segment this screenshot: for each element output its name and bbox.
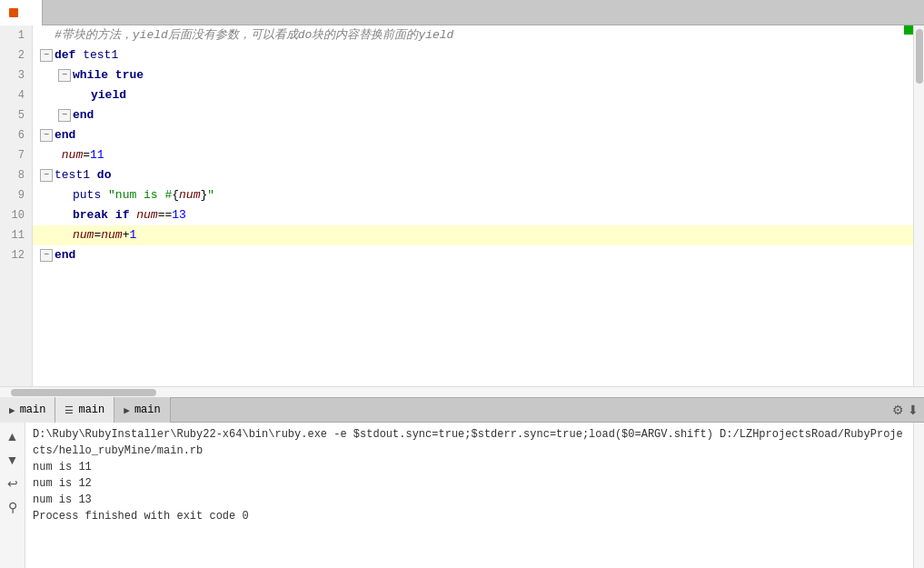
token-method: test1 [55, 165, 90, 185]
indent-spacer [40, 65, 58, 85]
token-plain: } [200, 185, 207, 205]
tab-bar [0, 0, 924, 25]
token-plain [55, 145, 62, 165]
fold-icon[interactable]: − [40, 249, 53, 262]
token-plain: = [94, 225, 101, 245]
bottom-tab-1-icon: ▶ [9, 404, 15, 416]
bottom-tab-1[interactable]: ▶ main [0, 397, 55, 423]
fold-icon[interactable]: − [40, 169, 53, 182]
token-str: "num is # [108, 185, 172, 205]
token-kw: end [73, 105, 94, 125]
fold-icon[interactable]: − [58, 109, 71, 122]
code-line-1: #带块的方法，yield后面没有参数，可以看成do块的内容替换前面的yield [33, 25, 913, 45]
fold-icon[interactable]: − [40, 49, 53, 62]
token-kw: do [97, 165, 112, 185]
bottom-tab-3-icon: ▶ [124, 404, 130, 416]
line-numbers: 123456789101112 [0, 25, 33, 386]
tab-main-rb[interactable] [0, 0, 43, 25]
token-kw: break [73, 205, 108, 225]
token-var: num [62, 145, 83, 165]
token-var: num [73, 225, 94, 245]
bottom-tab-bar: ▶ main ☰ main ▶ main ⚙ ⬇ [0, 397, 924, 423]
code-area[interactable]: #带块的方法，yield后面没有参数，可以看成do块的内容替换前面的yield−… [33, 25, 913, 386]
token-builtin: puts [73, 185, 101, 205]
bottom-tab-2[interactable]: ☰ main [55, 397, 114, 423]
token-chinese-comment: #带块的方法，yield后面没有参数，可以看成do块的内容替换前面的yield [55, 25, 453, 45]
terminal-output-line-2: num is 13 [33, 492, 906, 508]
token-plain: == [158, 205, 173, 225]
code-line-9: puts "num is #{num}" [33, 185, 913, 205]
line-num-7: 7 [0, 145, 28, 165]
settings-down-button[interactable]: ⬇ [908, 403, 919, 417]
line-num-5: 5 [0, 105, 28, 125]
token-kw: end [55, 245, 75, 265]
bottom-tab-2-label: main [78, 404, 104, 416]
code-line-5: −end [33, 105, 913, 125]
terminal: ▲ ▼ ↩ ⚲ D:\Ruby\RubyInstaller\Ruby22-x64… [0, 423, 924, 568]
h-scroll-thumb[interactable] [11, 389, 156, 396]
token-kw: true [115, 65, 144, 85]
line-num-12: 12 [0, 245, 28, 265]
token-var: num [101, 225, 122, 245]
terminal-command: D:\Ruby\RubyInstaller\Ruby22-x64\bin\rub… [33, 426, 906, 459]
terminal-up-button[interactable]: ▲ [3, 426, 23, 446]
token-plain [108, 205, 115, 225]
line-num-4: 4 [0, 85, 28, 105]
code-line-8: −test1 do [33, 165, 913, 185]
bottom-tab-3-label: main [134, 404, 161, 416]
bottom-tab-1-label: main [20, 404, 46, 416]
terminal-content: D:\Ruby\RubyInstaller\Ruby22-x64\bin\rub… [25, 423, 913, 568]
scroll-thumb[interactable] [916, 29, 923, 84]
line-num-9: 9 [0, 185, 28, 205]
vertical-scrollbar[interactable] [913, 25, 924, 386]
terminal-scrollbar[interactable] [913, 423, 924, 568]
token-kw: yield [91, 85, 126, 105]
token-kw: end [55, 125, 75, 145]
token-method: test1 [83, 45, 118, 65]
terminal-wrap-button[interactable]: ↩ [3, 473, 23, 493]
bottom-tab-settings: ⚙ ⬇ [892, 403, 924, 417]
token-kw: while [73, 65, 108, 85]
token-num-lit: 13 [172, 205, 186, 225]
code-line-4: yield [33, 85, 913, 105]
line-num-8: 8 [0, 165, 28, 185]
line-num-1: 1 [0, 25, 28, 45]
line-num-2: 2 [0, 45, 28, 65]
indent-spacer [58, 85, 76, 105]
token-plain: + [123, 225, 130, 245]
line-num-3: 3 [0, 65, 28, 85]
line-num-11: 11 [0, 225, 28, 245]
fold-icon[interactable]: − [58, 69, 71, 82]
code-line-3: −while true [33, 65, 913, 85]
terminal-down-button[interactable]: ▼ [3, 450, 23, 470]
token-str: " [207, 185, 214, 205]
indent-spacer [40, 185, 58, 205]
indent-spacer [40, 205, 58, 225]
token-var: num [179, 185, 200, 205]
tab-file-icon [9, 8, 18, 17]
token-plain [129, 205, 136, 225]
settings-gear-button[interactable]: ⚙ [892, 403, 904, 417]
token-num-lit: 11 [90, 145, 104, 165]
indent-spacer [40, 225, 58, 245]
editor-container: 123456789101112 #带块的方法，yield后面没有参数，可以看成d… [0, 25, 924, 386]
line-num-10: 10 [0, 205, 28, 225]
terminal-filter-button[interactable]: ⚲ [3, 497, 23, 517]
bottom-tab-3[interactable]: ▶ main [114, 397, 170, 423]
scroll-indicator [904, 25, 913, 35]
indent-spacer [40, 85, 58, 105]
token-kw: def [55, 45, 75, 65]
code-line-12: −end [33, 245, 913, 265]
token-plain: { [172, 185, 179, 205]
terminal-output-line-0: num is 11 [33, 459, 906, 475]
code-line-2: −def test1 [33, 45, 913, 65]
token-plain: = [83, 145, 90, 165]
horizontal-scrollbar[interactable] [0, 386, 924, 397]
token-plain [75, 45, 83, 65]
fold-icon[interactable]: − [40, 129, 53, 142]
token-plain [101, 185, 108, 205]
terminal-output-line-4: Process finished with exit code 0 [33, 508, 906, 524]
token-var: num [136, 205, 157, 225]
line-num-6: 6 [0, 125, 28, 145]
indent-spacer [40, 105, 58, 125]
